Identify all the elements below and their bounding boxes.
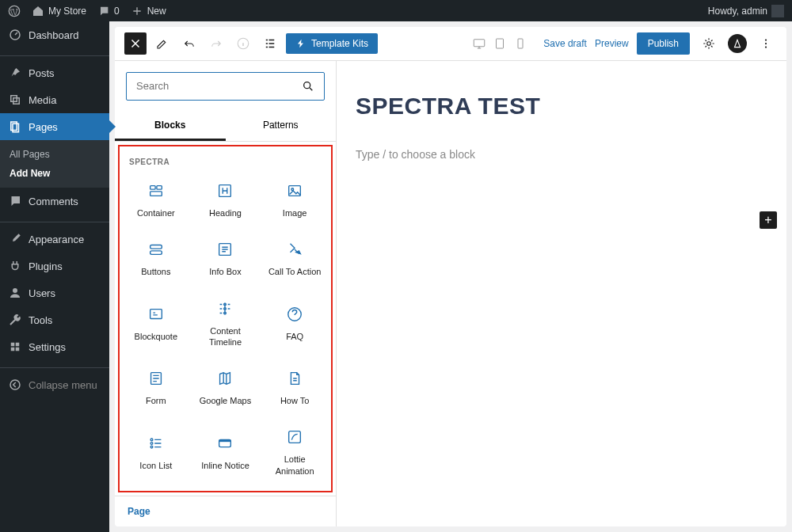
search-icon [302,80,314,93]
save-draft-link[interactable]: Save draft [543,38,587,49]
desktop-icon[interactable] [472,36,486,51]
edit-mode-button[interactable] [151,32,173,55]
redo-icon [209,36,223,51]
sidebar-item-collapse[interactable]: Collapse menu [0,371,109,398]
close-inserter-button[interactable] [124,32,147,55]
brush-icon [8,232,22,246]
editor: Template Kits Save draft Preview Publish [115,27,786,526]
sidebar-item-media[interactable]: Media [0,86,109,113]
preview-link[interactable]: Preview [595,38,629,49]
block-blockquote[interactable]: Blockquote [123,289,189,356]
block-placeholder[interactable]: Type / to choose a block [356,148,767,161]
form-icon [147,370,165,387]
settings-button[interactable] [698,32,720,55]
block-infobox[interactable]: Info Box [192,230,259,285]
sidebar-item-appearance[interactable]: Appearance [0,226,109,253]
block-iconlist[interactable]: Icon List [123,417,189,484]
sidebar-item-comments[interactable]: Comments [0,188,109,215]
block-buttons[interactable]: Buttons [123,230,189,285]
block-heading[interactable]: Heading [192,171,259,226]
comments-count[interactable]: 0 [97,5,120,17]
sidebar-item-posts[interactable]: Posts [0,59,109,86]
new-content[interactable]: New [131,5,166,17]
bolt-icon [295,38,307,49]
svg-rect-12 [497,39,504,48]
svg-rect-8 [16,348,20,352]
heading-icon [216,182,234,200]
site-name[interactable]: My Store [32,5,86,17]
blocks-highlight-area: SPECTRA Container Heading Image Buttons … [118,145,333,492]
comment-icon [97,5,110,17]
wordpress-icon [8,5,21,17]
block-container[interactable]: Container [123,171,189,226]
publish-button[interactable]: Publish [637,32,690,55]
sidebar-submenu: All Pages Add New [0,140,109,188]
user-icon [8,286,22,300]
undo-button[interactable] [178,32,200,55]
plug-icon [8,259,22,273]
sidebar-item-plugins[interactable]: Plugins [0,253,109,279]
block-search[interactable] [126,72,325,101]
list-icon [263,36,277,51]
block-inlinenotice[interactable]: Inline Notice [192,417,259,484]
svg-point-16 [765,43,767,44]
block-faq[interactable]: FAQ [261,289,328,356]
svg-rect-28 [150,309,162,318]
svg-rect-5 [11,343,15,347]
svg-rect-19 [150,186,154,190]
list-view-button[interactable] [259,32,281,55]
mobile-icon[interactable] [513,36,527,51]
block-cta[interactable]: Call To Action [261,230,328,285]
notice-icon [216,435,234,452]
redo-button[interactable] [205,32,227,55]
info-button[interactable] [232,32,254,55]
map-icon [216,370,234,387]
block-lottie[interactable]: Lottie Animation [261,417,328,484]
svg-rect-26 [150,251,162,255]
template-kits-button[interactable]: Template Kits [286,33,378,54]
page-title[interactable]: SPECTRA TEST [356,93,767,120]
sidebar-item-users[interactable]: Users [0,279,109,306]
sidebar-item-settings[interactable]: Settings [0,333,109,360]
infobox-icon [216,241,234,258]
block-image[interactable]: Image [261,171,328,226]
tab-blocks[interactable]: Blocks [115,112,226,141]
sidebar-item-tools[interactable]: Tools [0,306,109,333]
settings-icon [8,340,22,354]
sidebar-item-dashboard[interactable]: Dashboard [0,21,109,48]
editor-canvas[interactable]: SPECTRA TEST Type / to choose a block + [337,61,786,526]
howto-icon [286,370,303,387]
admin-sidebar: Dashboard Posts Media Pages All Pages Ad… [0,21,109,532]
wp-logo[interactable] [8,5,21,17]
svg-rect-39 [289,431,301,443]
astra-icon [732,38,743,49]
sidebar-sub-all-pages[interactable]: All Pages [0,145,109,164]
iconlist-icon [147,435,165,452]
comment-icon [8,194,22,208]
pages-icon [8,120,22,134]
gear-icon [702,36,716,51]
more-options-button[interactable] [755,32,777,55]
sidebar-sub-add-new[interactable]: Add New [0,164,109,183]
tablet-icon[interactable] [493,36,507,51]
svg-rect-25 [150,245,162,249]
svg-rect-6 [16,343,20,347]
svg-point-9 [10,380,20,390]
astra-button[interactable] [728,34,747,53]
svg-point-4 [13,288,17,293]
editor-toolbar: Template Kits Save draft Preview Publish [115,27,786,61]
block-form[interactable]: Form [123,359,189,414]
add-block-button[interactable]: + [760,211,777,229]
tab-patterns[interactable]: Patterns [226,112,337,141]
block-timeline[interactable]: Content Timeline [192,289,259,356]
wrench-icon [8,313,22,327]
container-icon [147,182,165,200]
svg-point-14 [707,42,711,46]
block-howto[interactable]: How To [261,359,328,414]
inserter-footer-page[interactable]: Page [115,496,336,526]
sidebar-item-pages[interactable]: Pages [0,113,109,140]
block-maps[interactable]: Google Maps [192,359,259,414]
plus-icon [131,5,143,17]
howdy-user[interactable]: Howdy, admin [708,5,784,17]
search-input[interactable] [136,80,302,92]
